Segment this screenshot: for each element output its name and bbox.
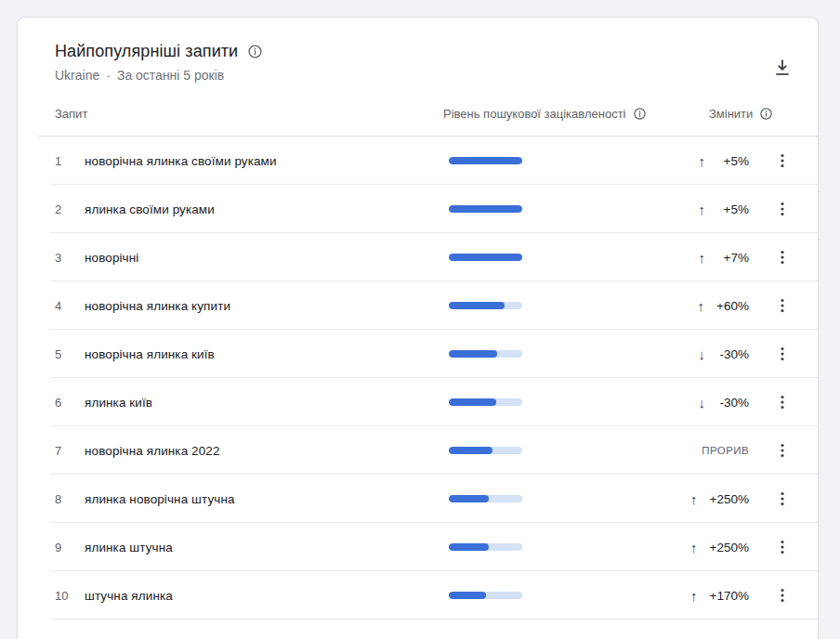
download-button[interactable] (768, 53, 797, 83)
row-menu-button[interactable] (766, 192, 799, 226)
card-header: Найпопулярніші запити Ukraine · За остан… (18, 18, 818, 83)
interest-bar-fill (449, 398, 496, 406)
interest-bar (449, 447, 522, 454)
query-label[interactable]: ялинка новорічна штучна (85, 492, 449, 506)
interest-bar (449, 592, 522, 599)
row-menu-button[interactable] (766, 337, 799, 371)
row-menu-button[interactable] (766, 530, 799, 564)
table-row: 8 ялинка новорічна штучна ↑ +250% (18, 475, 818, 523)
row-rank: 6 (55, 396, 85, 410)
arrow-up-icon: ↑ (699, 154, 706, 168)
interest-bar-fill (449, 350, 497, 358)
row-rank: 8 (55, 492, 85, 506)
column-header-interest: Рівень пошукової зацікавленості (443, 107, 647, 121)
interest-bar (449, 543, 522, 551)
table-row: 5 новорічна ялинка київ ↓ -30% (18, 330, 818, 378)
page-title: Найпопулярніші запити (55, 42, 238, 61)
subtitle-separator: · (106, 68, 111, 83)
top-queries-card: Найпопулярніші запити Ukraine · За остан… (17, 17, 819, 639)
change-cell: ↑ +5% (523, 202, 758, 216)
card-header-text: Найпопулярніші запити Ukraine · За остан… (55, 42, 263, 83)
query-label[interactable]: ялинка штучна (85, 541, 449, 554)
query-label[interactable]: ялинка київ (85, 396, 449, 410)
row-menu-button[interactable] (766, 289, 799, 322)
change-value: -30% (717, 347, 749, 361)
interest-bar-fill (449, 254, 522, 261)
change-value: +60% (716, 299, 749, 313)
interest-bar-fill (449, 157, 522, 164)
change-cell: ↑ +5% (523, 154, 758, 168)
row-menu-button[interactable] (766, 385, 799, 419)
query-label[interactable]: новорічні (85, 251, 449, 265)
interest-bar (449, 495, 522, 502)
query-label[interactable]: новорічна ялинка 2022 (85, 444, 449, 458)
row-menu-button[interactable] (766, 579, 799, 612)
change-value: +7% (717, 251, 749, 265)
arrow-up-icon: ↑ (698, 299, 705, 313)
kebab-menu-icon (773, 296, 792, 315)
kebab-menu-icon (773, 151, 792, 170)
interest-bar (449, 254, 522, 261)
row-rank: 4 (55, 299, 85, 313)
change-value: ПРОРИВ (702, 445, 749, 456)
arrow-up-icon: ↑ (690, 541, 698, 554)
arrow-up-icon: ↑ (699, 251, 706, 265)
kebab-menu-icon (773, 441, 792, 460)
change-value: +5% (717, 154, 749, 168)
interest-info-icon[interactable] (633, 107, 647, 121)
arrow-down-icon: ↓ (699, 396, 706, 410)
change-cell: ↑ +170% (523, 589, 758, 603)
kebab-menu-icon (773, 248, 792, 267)
query-label[interactable]: новорічна ялинка своїми руками (85, 154, 449, 168)
change-value: +250% (710, 492, 749, 506)
interest-bar-fill (449, 302, 505, 309)
table-row: 10 штучна ялинка ↑ +170% (18, 571, 818, 619)
change-info-icon[interactable] (759, 107, 773, 121)
table-row: 3 новорічні ↑ +7% (18, 233, 818, 281)
change-cell: ↑ +250% (523, 492, 758, 506)
query-list: 1 новорічна ялинка своїми руками ↑ +5% 2… (18, 137, 818, 619)
download-icon (772, 58, 793, 78)
kebab-menu-icon (773, 586, 792, 605)
row-menu-button[interactable] (766, 482, 799, 515)
column-header-change: Змінити (709, 107, 773, 121)
query-label[interactable]: новорічна ялинка купити (85, 299, 449, 313)
kebab-menu-icon (773, 393, 792, 411)
table-header: Запит Рівень пошукової зацікавленості Зм… (18, 99, 818, 137)
table-row: 6 ялинка київ ↓ -30% (18, 378, 818, 426)
change-cell: ↑ +250% (523, 541, 758, 554)
table-row: 4 новорічна ялинка купити ↑ +60% (18, 281, 818, 330)
row-rank: 1 (55, 154, 85, 168)
interest-bar (449, 205, 522, 213)
row-rank: 3 (55, 251, 85, 265)
row-rank: 7 (55, 444, 85, 458)
query-label[interactable]: новорічна ялинка київ (85, 347, 449, 361)
interest-bar (449, 302, 522, 309)
title-info-icon[interactable] (247, 44, 263, 59)
interest-bar-fill (449, 205, 522, 213)
interest-bar-fill (449, 592, 486, 599)
row-menu-button[interactable] (766, 434, 799, 467)
row-menu-button[interactable] (766, 241, 799, 274)
kebab-menu-icon (773, 489, 792, 508)
interest-bar-fill (449, 543, 489, 551)
kebab-menu-icon (773, 200, 792, 218)
arrow-up-icon: ↑ (699, 202, 706, 216)
table-row: 9 ялинка штучна ↑ +250% (18, 523, 818, 571)
column-header-query: Запит (55, 107, 87, 121)
change-cell: ПРОРИВ (523, 445, 758, 456)
change-cell: ↑ +60% (523, 299, 758, 313)
change-cell: ↓ -30% (523, 347, 758, 361)
query-label[interactable]: штучна ялинка (85, 589, 449, 603)
change-value: +170% (710, 589, 749, 603)
subtitle-region: Ukraine (55, 68, 99, 83)
query-label[interactable]: ялинка своїми руками (85, 202, 449, 216)
interest-bar-fill (449, 495, 489, 502)
kebab-menu-icon (773, 538, 792, 556)
interest-bar (449, 398, 522, 406)
card-subtitle: Ukraine · За останні 5 років (55, 68, 263, 83)
interest-bar-fill (449, 447, 492, 454)
change-cell: ↓ -30% (523, 396, 758, 410)
interest-bar (449, 157, 522, 164)
row-menu-button[interactable] (766, 144, 799, 177)
